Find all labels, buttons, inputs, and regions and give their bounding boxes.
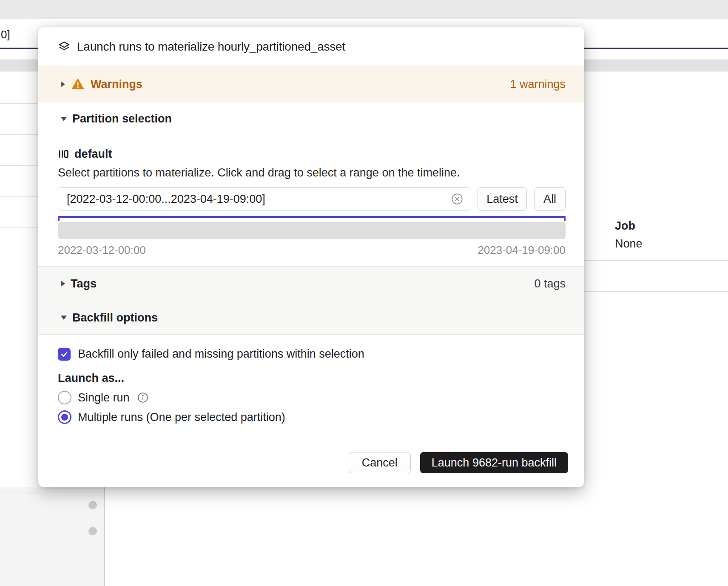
backfill-failed-missing-checkbox[interactable] — [58, 348, 71, 361]
background-row-line — [0, 570, 105, 570]
partition-selection-label: Partition selection — [72, 112, 172, 125]
job-column-header: Job — [615, 219, 635, 233]
background-status-dot — [88, 501, 97, 509]
chevron-right-icon — [61, 81, 65, 87]
partition-help-text: Select partitions to materialize. Click … — [58, 165, 566, 180]
backfill-options-label: Backfill options — [72, 311, 158, 324]
warnings-section-toggle[interactable]: Warnings 1 warnings — [38, 66, 584, 102]
tags-section-toggle[interactable]: Tags 0 tags — [38, 266, 584, 301]
backfill-options-content: Backfill only failed and missing partiti… — [38, 335, 584, 424]
background-partial-input-text: 0] — [1, 28, 10, 41]
partition-timeline[interactable] — [58, 222, 566, 239]
background-row-line — [0, 103, 38, 104]
background-row-line — [0, 196, 38, 197]
single-run-option: Single run — [58, 390, 566, 405]
partition-selection-toggle[interactable]: Partition selection — [38, 102, 584, 136]
background-row-line — [0, 134, 38, 135]
background-row-line — [0, 228, 38, 228]
info-icon[interactable] — [137, 392, 148, 403]
background-top-bar — [0, 0, 728, 19]
launch-backfill-button[interactable]: Launch 9682-run backfill — [420, 452, 568, 473]
background-row-line — [0, 544, 105, 544]
background-row-line — [0, 518, 105, 518]
cancel-button[interactable]: Cancel — [349, 452, 411, 473]
partition-selection-content: default Select partitions to materialize… — [38, 136, 584, 266]
clear-input-icon[interactable] — [451, 193, 463, 205]
partition-bars-icon — [58, 148, 69, 159]
tags-label: Tags — [71, 277, 97, 290]
background-row-line — [0, 492, 105, 492]
single-run-label[interactable]: Single run — [78, 391, 130, 404]
multiple-runs-option: Multiple runs (One per selected partitio… — [58, 410, 566, 424]
chevron-down-icon — [61, 117, 67, 121]
chevron-down-icon — [61, 316, 67, 320]
latest-button[interactable]: Latest — [478, 187, 527, 211]
backfill-failed-missing-label[interactable]: Backfill only failed and missing partiti… — [78, 347, 364, 361]
partition-range-field — [58, 187, 470, 211]
backfill-options-toggle[interactable]: Backfill options — [38, 301, 584, 335]
background-row-line — [0, 165, 38, 166]
background-row-line — [584, 291, 728, 292]
warnings-count: 1 warnings — [510, 78, 566, 91]
layers-icon — [58, 40, 71, 53]
dimension-name: default — [74, 148, 112, 161]
range-end-label: 2023-04-19-09:00 — [478, 244, 566, 257]
multiple-runs-label[interactable]: Multiple runs (One per selected partitio… — [78, 411, 285, 424]
dimension-row: default — [58, 147, 566, 161]
chevron-right-icon — [61, 281, 65, 287]
dialog-footer: Cancel Launch 9682-run backfill — [38, 452, 584, 487]
job-column-value: None — [615, 237, 643, 250]
launch-backfill-dialog: Launch runs to materialize hourly_partit… — [38, 27, 584, 487]
background-row-line — [584, 260, 728, 261]
backfill-failed-missing-row: Backfill only failed and missing partiti… — [58, 347, 566, 361]
warnings-label: Warnings — [91, 78, 142, 91]
range-start-label: 2022-03-12-00:00 — [58, 244, 146, 257]
partition-input-row: Latest All — [58, 187, 566, 211]
launch-as-label: Launch as... — [58, 372, 566, 385]
multiple-runs-radio[interactable] — [58, 410, 71, 424]
tags-count: 0 tags — [534, 277, 566, 290]
warning-triangle-icon — [72, 79, 84, 90]
single-run-radio[interactable] — [58, 391, 71, 404]
dialog-header: Launch runs to materialize hourly_partit… — [38, 27, 584, 66]
partition-range-input[interactable] — [67, 193, 451, 206]
dialog-title: Launch runs to materialize hourly_partit… — [77, 40, 345, 54]
all-button[interactable]: All — [534, 187, 566, 211]
timeline-range-labels: 2022-03-12-00:00 2023-04-19-09:00 — [58, 243, 566, 257]
background-status-dot — [88, 527, 97, 535]
selected-range-bracket — [58, 216, 566, 221]
